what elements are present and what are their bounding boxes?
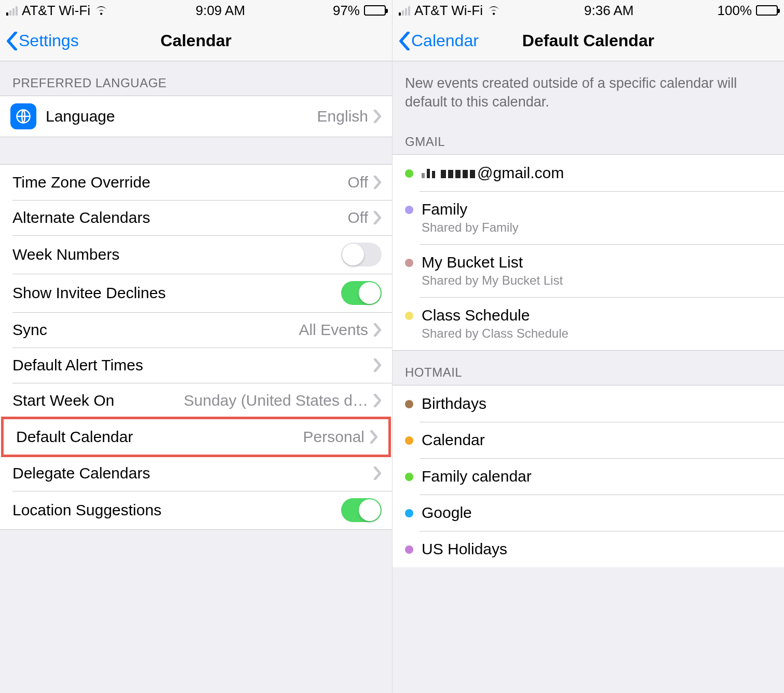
signal-icon [399, 5, 410, 16]
battery-pct: 100% [718, 3, 752, 19]
chevron-right-icon [373, 358, 382, 372]
calendar-label: Google [422, 504, 472, 522]
phone-right: AT&T Wi-Fi 9:36 AM 100% Calendar Default… [392, 0, 784, 693]
row-value: Sunday (United States d… [184, 392, 368, 409]
back-button[interactable]: Settings [6, 31, 79, 50]
chevron-right-icon [373, 323, 382, 337]
phone-left: AT&T Wi-Fi 9:09 AM 97% Settings Calendar… [0, 0, 392, 693]
row-language[interactable]: Language English [0, 96, 392, 137]
row-label: Start Week On [12, 392, 114, 409]
calendar-label: Family calendar [422, 468, 532, 485]
highlight-annotation: Default Calendar Personal [1, 417, 391, 457]
calendar-sublabel: Shared by My Bucket List [422, 273, 563, 288]
toggle-invitee-declines[interactable] [341, 281, 382, 305]
row-label: Default Calendar [16, 428, 133, 446]
calendar-label: Calendar [422, 431, 485, 449]
row-label: Location Suggestions [12, 501, 161, 519]
section-header-hotmail: HOTMAIL [393, 351, 784, 385]
row-show-invitee-declines: Show Invitee Declines [0, 274, 392, 312]
row-label: Show Invitee Declines [12, 284, 166, 302]
nav-bar: Calendar Default Calendar [393, 21, 784, 61]
redacted-text [422, 169, 475, 178]
row-label: Sync [12, 321, 47, 339]
wifi-icon [487, 3, 501, 19]
calendar-label: My Bucket List [422, 254, 563, 271]
calendar-sublabel: Shared by Family [422, 220, 519, 235]
color-dot-icon [405, 545, 413, 554]
row-value: English [317, 108, 368, 125]
toggle-week-numbers[interactable] [341, 243, 382, 266]
row-start-week-on[interactable]: Start Week On Sunday (United States d… [0, 383, 392, 418]
calendar-label: Class Schedule [422, 306, 569, 324]
row-week-numbers: Week Numbers [0, 235, 392, 274]
calendar-label: Birthdays [422, 395, 486, 412]
calendar-sublabel: Shared by Class Schedule [422, 326, 569, 341]
chevron-right-icon [373, 211, 382, 224]
battery-icon [756, 5, 778, 16]
back-label: Calendar [411, 31, 479, 50]
section-header-gmail: GMAIL [393, 120, 784, 154]
color-dot-icon [405, 509, 413, 517]
calendar-option[interactable]: Birthdays [393, 385, 784, 422]
calendar-option[interactable]: Family calendar [393, 458, 784, 495]
color-dot-icon [405, 169, 413, 178]
calendar-option[interactable]: Google [393, 495, 784, 531]
row-value: All Events [299, 321, 368, 339]
carrier-label: AT&T Wi-Fi [414, 3, 483, 19]
toggle-location-suggestions[interactable] [341, 498, 382, 522]
row-value: Off [348, 174, 368, 191]
section-header-language: PREFERRED LANGUAGE [0, 61, 392, 96]
section-description: New events created outside of a specific… [393, 61, 784, 120]
row-label: Time Zone Override [12, 174, 151, 191]
row-label: Delegate Calendars [12, 464, 150, 482]
chevron-right-icon [373, 394, 382, 407]
calendar-label: US Holidays [422, 540, 507, 558]
color-dot-icon [405, 400, 413, 408]
clock: 9:36 AM [584, 3, 633, 19]
row-value: Off [348, 209, 368, 226]
color-dot-icon [405, 436, 413, 445]
calendar-label: @gmail.com [422, 164, 564, 182]
battery-pct: 97% [333, 3, 360, 19]
wifi-icon [94, 3, 108, 19]
row-label: Default Alert Times [12, 356, 143, 374]
row-value: Personal [303, 428, 364, 446]
calendar-option[interactable]: Family Shared by Family [393, 191, 784, 244]
status-bar: AT&T Wi-Fi 9:36 AM 100% [393, 0, 784, 21]
nav-bar: Settings Calendar [0, 21, 392, 61]
clock: 9:09 AM [196, 3, 245, 19]
color-dot-icon [405, 206, 413, 214]
row-label: Language [46, 108, 115, 125]
back-label: Settings [19, 31, 79, 50]
calendar-option[interactable]: US Holidays [393, 531, 784, 567]
row-default-calendar[interactable]: Default Calendar Personal [4, 419, 388, 455]
status-bar: AT&T Wi-Fi 9:09 AM 97% [0, 0, 392, 21]
calendar-option[interactable]: @gmail.com [393, 155, 784, 191]
row-delegate-calendars[interactable]: Delegate Calendars [0, 456, 392, 491]
chevron-right-icon [373, 110, 382, 123]
row-location-suggestions: Location Suggestions [0, 491, 392, 529]
calendar-option[interactable]: Calendar [393, 422, 784, 458]
carrier-label: AT&T Wi-Fi [22, 3, 90, 19]
calendar-option[interactable]: Class Schedule Shared by Class Schedule [393, 297, 784, 350]
battery-icon [364, 5, 386, 16]
calendar-option[interactable]: My Bucket List Shared by My Bucket List [393, 244, 784, 297]
row-alternate-calendars[interactable]: Alternate Calendars Off [0, 200, 392, 235]
globe-icon [10, 103, 36, 129]
chevron-right-icon [373, 176, 382, 189]
chevron-right-icon [370, 430, 378, 444]
color-dot-icon [405, 259, 413, 267]
calendar-label: Family [422, 201, 519, 218]
color-dot-icon [405, 473, 413, 481]
row-label: Alternate Calendars [12, 209, 150, 226]
row-timezone-override[interactable]: Time Zone Override Off [0, 165, 392, 200]
chevron-right-icon [373, 467, 382, 480]
signal-icon [6, 5, 18, 16]
row-label: Week Numbers [12, 246, 119, 263]
row-sync[interactable]: Sync All Events [0, 312, 392, 348]
row-default-alert-times[interactable]: Default Alert Times [0, 348, 392, 383]
back-button[interactable]: Calendar [399, 31, 479, 50]
color-dot-icon [405, 312, 413, 320]
